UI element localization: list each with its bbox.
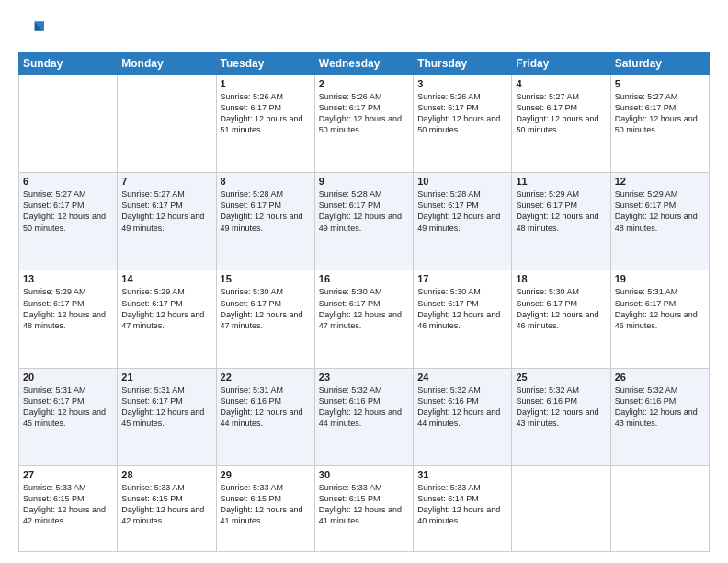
day-number: 8 <box>221 176 311 187</box>
day-info: Sunrise: 5:28 AM Sunset: 6:17 PM Dayligh… <box>319 189 409 234</box>
day-cell: 10Sunrise: 5:28 AM Sunset: 6:17 PM Dayli… <box>414 173 512 270</box>
day-number: 11 <box>516 176 606 187</box>
day-cell <box>19 75 118 173</box>
day-number: 16 <box>319 273 409 284</box>
day-number: 24 <box>417 372 507 383</box>
day-number: 20 <box>23 372 113 383</box>
day-number: 28 <box>121 469 211 480</box>
week-row-5: 27Sunrise: 5:33 AM Sunset: 6:15 PM Dayli… <box>19 465 710 551</box>
day-cell: 30Sunrise: 5:33 AM Sunset: 6:15 PM Dayli… <box>314 465 413 551</box>
day-info: Sunrise: 5:32 AM Sunset: 6:16 PM Dayligh… <box>615 385 705 430</box>
day-number: 14 <box>121 273 211 284</box>
calendar-body: 1Sunrise: 5:26 AM Sunset: 6:17 PM Daylig… <box>19 75 710 552</box>
day-info: Sunrise: 5:32 AM Sunset: 6:16 PM Dayligh… <box>417 385 507 430</box>
logo-icon <box>18 17 44 42</box>
day-number: 26 <box>615 372 705 383</box>
day-info: Sunrise: 5:32 AM Sunset: 6:16 PM Dayligh… <box>516 385 606 430</box>
day-cell: 19Sunrise: 5:31 AM Sunset: 6:17 PM Dayli… <box>610 270 709 368</box>
header-cell-wednesday: Wednesday <box>314 52 413 75</box>
day-cell: 29Sunrise: 5:33 AM Sunset: 6:15 PM Dayli… <box>216 465 314 551</box>
day-info: Sunrise: 5:27 AM Sunset: 6:17 PM Dayligh… <box>23 189 113 234</box>
day-number: 30 <box>319 469 409 480</box>
day-number: 10 <box>417 176 507 187</box>
day-cell: 8Sunrise: 5:28 AM Sunset: 6:17 PM Daylig… <box>216 173 314 270</box>
day-cell: 22Sunrise: 5:31 AM Sunset: 6:16 PM Dayli… <box>216 368 314 465</box>
day-number: 5 <box>615 78 705 89</box>
day-info: Sunrise: 5:26 AM Sunset: 6:17 PM Dayligh… <box>221 91 311 136</box>
day-number: 19 <box>615 273 705 284</box>
day-info: Sunrise: 5:26 AM Sunset: 6:17 PM Dayligh… <box>319 91 409 136</box>
day-cell: 16Sunrise: 5:30 AM Sunset: 6:17 PM Dayli… <box>314 270 413 368</box>
page: SundayMondayTuesdayWednesdayThursdayFrid… <box>0 0 728 563</box>
day-cell: 5Sunrise: 5:27 AM Sunset: 6:17 PM Daylig… <box>610 75 709 173</box>
calendar-table: SundayMondayTuesdayWednesdayThursdayFrid… <box>18 52 710 552</box>
day-info: Sunrise: 5:29 AM Sunset: 6:17 PM Dayligh… <box>615 189 705 234</box>
day-cell: 20Sunrise: 5:31 AM Sunset: 6:17 PM Dayli… <box>19 368 118 465</box>
calendar-header: SundayMondayTuesdayWednesdayThursdayFrid… <box>19 52 710 75</box>
day-number: 3 <box>417 78 507 89</box>
day-info: Sunrise: 5:30 AM Sunset: 6:17 PM Dayligh… <box>221 286 311 331</box>
day-number: 12 <box>615 176 705 187</box>
day-cell <box>512 465 610 551</box>
day-cell: 31Sunrise: 5:33 AM Sunset: 6:14 PM Dayli… <box>414 465 512 551</box>
day-info: Sunrise: 5:28 AM Sunset: 6:17 PM Dayligh… <box>417 189 507 234</box>
day-info: Sunrise: 5:29 AM Sunset: 6:17 PM Dayligh… <box>121 286 211 331</box>
day-cell: 23Sunrise: 5:32 AM Sunset: 6:16 PM Dayli… <box>314 368 413 465</box>
header-cell-thursday: Thursday <box>414 52 512 75</box>
day-cell: 11Sunrise: 5:29 AM Sunset: 6:17 PM Dayli… <box>512 173 610 270</box>
day-number: 17 <box>417 273 507 284</box>
day-cell: 26Sunrise: 5:32 AM Sunset: 6:16 PM Dayli… <box>610 368 709 465</box>
day-cell: 15Sunrise: 5:30 AM Sunset: 6:17 PM Dayli… <box>216 270 314 368</box>
day-number: 22 <box>221 372 311 383</box>
day-cell: 17Sunrise: 5:30 AM Sunset: 6:17 PM Dayli… <box>414 270 512 368</box>
header-row: SundayMondayTuesdayWednesdayThursdayFrid… <box>19 52 710 75</box>
day-info: Sunrise: 5:29 AM Sunset: 6:17 PM Dayligh… <box>23 286 113 331</box>
day-cell: 21Sunrise: 5:31 AM Sunset: 6:17 PM Dayli… <box>118 368 216 465</box>
day-number: 2 <box>319 78 409 89</box>
day-info: Sunrise: 5:31 AM Sunset: 6:16 PM Dayligh… <box>221 385 311 430</box>
week-row-3: 13Sunrise: 5:29 AM Sunset: 6:17 PM Dayli… <box>19 270 710 368</box>
day-number: 9 <box>319 176 409 187</box>
day-info: Sunrise: 5:30 AM Sunset: 6:17 PM Dayligh… <box>319 286 409 331</box>
day-cell: 25Sunrise: 5:32 AM Sunset: 6:16 PM Dayli… <box>512 368 610 465</box>
day-cell: 12Sunrise: 5:29 AM Sunset: 6:17 PM Dayli… <box>610 173 709 270</box>
day-cell: 14Sunrise: 5:29 AM Sunset: 6:17 PM Dayli… <box>118 270 216 368</box>
week-row-2: 6Sunrise: 5:27 AM Sunset: 6:17 PM Daylig… <box>19 173 710 270</box>
day-info: Sunrise: 5:31 AM Sunset: 6:17 PM Dayligh… <box>23 385 113 430</box>
day-info: Sunrise: 5:27 AM Sunset: 6:17 PM Dayligh… <box>516 91 606 136</box>
day-cell <box>610 465 709 551</box>
day-info: Sunrise: 5:30 AM Sunset: 6:17 PM Dayligh… <box>417 286 507 331</box>
day-number: 23 <box>319 372 409 383</box>
day-cell: 2Sunrise: 5:26 AM Sunset: 6:17 PM Daylig… <box>314 75 413 173</box>
day-number: 21 <box>121 372 211 383</box>
day-cell: 4Sunrise: 5:27 AM Sunset: 6:17 PM Daylig… <box>512 75 610 173</box>
day-number: 7 <box>121 176 211 187</box>
day-info: Sunrise: 5:31 AM Sunset: 6:17 PM Dayligh… <box>615 286 705 331</box>
day-number: 15 <box>221 273 311 284</box>
day-cell: 28Sunrise: 5:33 AM Sunset: 6:15 PM Dayli… <box>118 465 216 551</box>
day-number: 25 <box>516 372 606 383</box>
header-cell-monday: Monday <box>118 52 216 75</box>
day-info: Sunrise: 5:30 AM Sunset: 6:17 PM Dayligh… <box>516 286 606 331</box>
day-number: 4 <box>516 78 606 89</box>
day-cell: 18Sunrise: 5:30 AM Sunset: 6:17 PM Dayli… <box>512 270 610 368</box>
day-cell: 7Sunrise: 5:27 AM Sunset: 6:17 PM Daylig… <box>118 173 216 270</box>
day-info: Sunrise: 5:27 AM Sunset: 6:17 PM Dayligh… <box>615 91 705 136</box>
day-info: Sunrise: 5:29 AM Sunset: 6:17 PM Dayligh… <box>516 189 606 234</box>
day-number: 31 <box>417 469 507 480</box>
header-cell-tuesday: Tuesday <box>216 52 314 75</box>
header-cell-friday: Friday <box>512 52 610 75</box>
day-cell: 13Sunrise: 5:29 AM Sunset: 6:17 PM Dayli… <box>19 270 118 368</box>
day-number: 6 <box>23 176 113 187</box>
day-cell: 1Sunrise: 5:26 AM Sunset: 6:17 PM Daylig… <box>216 75 314 173</box>
day-cell: 27Sunrise: 5:33 AM Sunset: 6:15 PM Dayli… <box>19 465 118 551</box>
day-cell: 3Sunrise: 5:26 AM Sunset: 6:17 PM Daylig… <box>414 75 512 173</box>
week-row-4: 20Sunrise: 5:31 AM Sunset: 6:17 PM Dayli… <box>19 368 710 465</box>
day-cell: 6Sunrise: 5:27 AM Sunset: 6:17 PM Daylig… <box>19 173 118 270</box>
week-row-1: 1Sunrise: 5:26 AM Sunset: 6:17 PM Daylig… <box>19 75 710 173</box>
day-info: Sunrise: 5:33 AM Sunset: 6:15 PM Dayligh… <box>23 482 113 527</box>
day-info: Sunrise: 5:33 AM Sunset: 6:15 PM Dayligh… <box>221 482 311 527</box>
day-info: Sunrise: 5:33 AM Sunset: 6:14 PM Dayligh… <box>417 482 507 527</box>
day-info: Sunrise: 5:31 AM Sunset: 6:17 PM Dayligh… <box>121 385 211 430</box>
day-info: Sunrise: 5:27 AM Sunset: 6:17 PM Dayligh… <box>121 189 211 234</box>
